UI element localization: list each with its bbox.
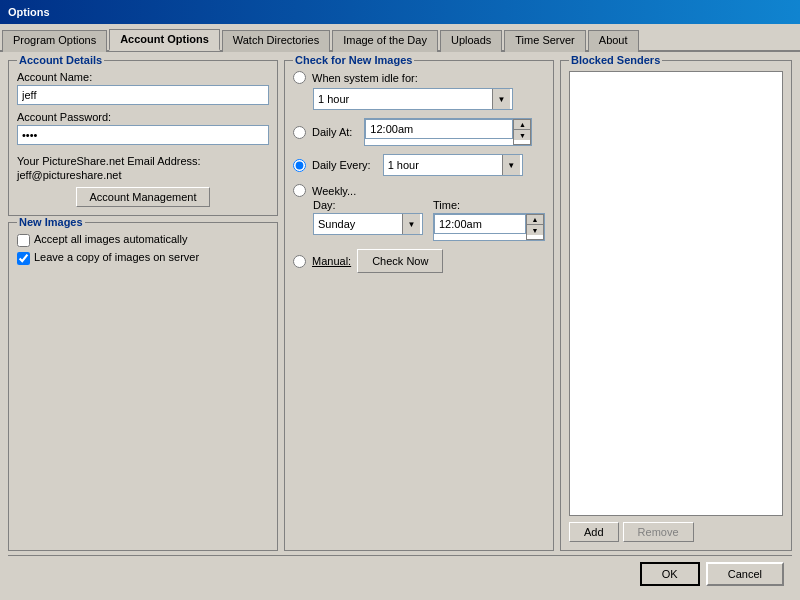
day-select-arrow: ▼ [402,214,420,234]
left-column: Account Details Account Name: Account Pa… [8,60,278,551]
radio-section: When system idle for: 1 hour ▼ Daily At: [293,71,545,273]
account-name-input[interactable] [17,85,269,105]
daily-every-select[interactable]: 1 hour ▼ [383,154,523,176]
ok-button[interactable]: OK [640,562,700,586]
idle-row: When system idle for: 1 hour ▼ [293,71,545,110]
tab-program-options[interactable]: Program Options [2,30,107,52]
leave-copy-checkbox[interactable] [17,252,30,265]
daily-every-row: Daily Every: 1 hour ▼ [293,154,545,176]
tab-watch-directories[interactable]: Watch Directories [222,30,330,52]
day-select[interactable]: Sunday ▼ [313,213,423,235]
time-label: Time: [433,199,545,211]
email-value: jeff@pictureshare.net [17,169,269,181]
weekly-time-spinner-down[interactable]: ▼ [527,225,543,235]
panels-row: Account Details Account Name: Account Pa… [8,60,792,551]
tab-image-of-the-day[interactable]: Image of the Day [332,30,438,52]
account-password-input[interactable] [17,125,269,145]
weekly-radio-row: Weekly... [293,184,545,197]
weekly-time-field[interactable] [434,214,526,234]
check-for-new-panel: Check for New Images When system idle fo… [284,60,554,551]
new-images-title: New Images [17,216,85,228]
daily-every-arrow: ▼ [502,155,520,175]
window-title: Options [8,6,50,18]
leave-copy-row: Leave a copy of images on server [17,251,269,265]
day-label: Day: [313,199,423,211]
tab-bar: Program Options Account Options Watch Di… [0,24,800,52]
daily-every-radio-row: Daily Every: 1 hour ▼ [293,154,545,176]
weekly-time-spinner-up[interactable]: ▲ [527,215,543,225]
idle-select[interactable]: 1 hour ▼ [313,88,513,110]
idle-select-value: 1 hour [316,93,492,105]
tab-uploads[interactable]: Uploads [440,30,502,52]
daily-at-row: Daily At: ▲ ▼ [293,118,545,146]
manual-row: Manual: Check Now [293,249,545,273]
weekly-label: Weekly... [312,185,356,197]
account-details-panel: Account Details Account Name: Account Pa… [8,60,278,216]
daily-at-radio[interactable] [293,126,306,139]
accept-images-row: Accept all images automatically [17,233,269,247]
title-bar: Options [0,0,800,24]
check-now-button[interactable]: Check Now [357,249,443,273]
cancel-button[interactable]: Cancel [706,562,784,586]
manual-radio[interactable] [293,255,306,268]
blocked-senders-list[interactable] [569,71,783,516]
account-name-label: Account Name: [17,71,269,83]
tab-time-server[interactable]: Time Server [504,30,586,52]
idle-label: When system idle for: [312,72,418,84]
daily-at-time-field[interactable] [365,119,513,139]
weekly-time-input: ▲ ▼ [433,213,545,241]
daily-at-spinner-up[interactable]: ▲ [514,120,530,130]
remove-button[interactable]: Remove [623,522,694,542]
day-group: Day: Sunday ▼ [313,199,423,241]
day-time-row: Day: Sunday ▼ Time: [313,199,545,241]
leave-copy-label: Leave a copy of images on server [34,251,199,263]
email-label: Your PictureShare.net Email Address: [17,155,269,167]
footer: OK Cancel [8,555,792,592]
blocked-senders-panel: Blocked Senders Add Remove [560,60,792,551]
check-for-new-title: Check for New Images [293,54,414,66]
daily-at-spinner[interactable]: ▲ ▼ [513,119,531,145]
account-password-label: Account Password: [17,111,269,123]
idle-select-arrow: ▼ [492,89,510,109]
new-images-panel: New Images Accept all images automatical… [8,222,278,551]
weekly-radio[interactable] [293,184,306,197]
blocked-senders-title: Blocked Senders [569,54,662,66]
tab-about[interactable]: About [588,30,639,52]
daily-at-spinner-down[interactable]: ▼ [514,130,530,140]
day-select-value: Sunday [316,218,402,230]
blocked-senders-buttons: Add Remove [569,522,783,542]
accept-images-label: Accept all images automatically [34,233,187,245]
daily-every-radio[interactable] [293,159,306,172]
account-details-title: Account Details [17,54,104,66]
window: Options Program Options Account Options … [0,0,800,600]
daily-every-label: Daily Every: [312,159,371,171]
tab-account-options[interactable]: Account Options [109,29,220,51]
add-button[interactable]: Add [569,522,619,542]
accept-images-checkbox[interactable] [17,234,30,247]
daily-at-time-input: ▲ ▼ [364,118,532,146]
idle-radio[interactable] [293,71,306,84]
daily-every-value: 1 hour [386,159,502,171]
account-management-button[interactable]: Account Management [76,187,209,207]
manual-label: Manual: [312,255,351,267]
time-group: Time: ▲ ▼ [433,199,545,241]
idle-radio-row: When system idle for: [293,71,545,84]
content-area: Account Details Account Name: Account Pa… [0,52,800,600]
daily-at-label: Daily At: [312,126,352,138]
weekly-time-spinner[interactable]: ▲ ▼ [526,214,544,240]
weekly-section: Weekly... Day: Sunday ▼ Tim [293,184,545,241]
